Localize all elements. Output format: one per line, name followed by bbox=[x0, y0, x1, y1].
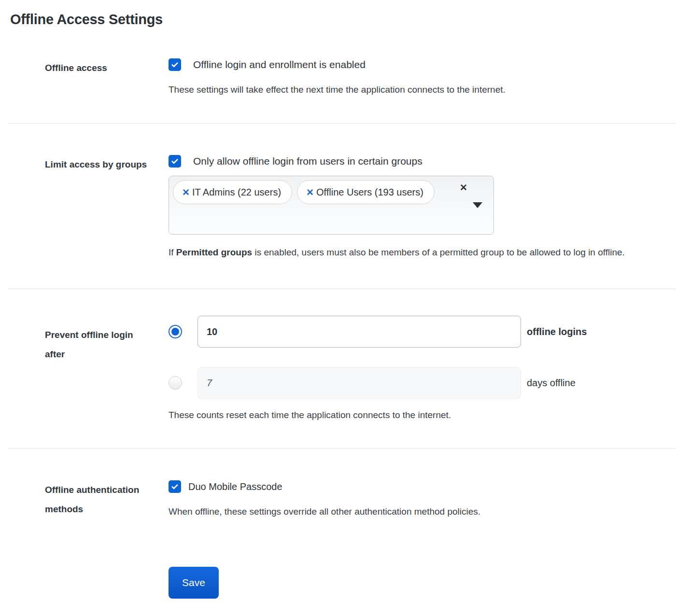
group-pill-label: Offline Users (193 users) bbox=[316, 187, 423, 198]
limit-groups-row: Limit access by groups Only allow offlin… bbox=[0, 124, 676, 289]
prevent-login-label-col: Prevent offline login after bbox=[0, 316, 169, 364]
clear-selection-icon[interactable]: ✕ bbox=[460, 183, 467, 192]
offline-logins-unit-label: offline logins bbox=[527, 326, 587, 337]
auth-methods-row: Offline authentication methods Duo Mobil… bbox=[0, 448, 676, 519]
offline-access-label: Offline access bbox=[45, 58, 107, 78]
prevent-login-row: Prevent offline login after offline logi… bbox=[0, 289, 676, 448]
limit-groups-label-col: Limit access by groups bbox=[0, 155, 169, 174]
limit-groups-checkbox[interactable] bbox=[169, 155, 181, 168]
auth-methods-label-col: Offline authentication methods bbox=[0, 480, 169, 519]
prevent-login-help-text: These counts reset each time the applica… bbox=[169, 410, 676, 420]
help-prefix: If bbox=[169, 247, 176, 257]
limit-groups-help-text: If Permitted groups is enabled, users mu… bbox=[169, 247, 676, 258]
auth-methods-label: Offline authentication methods bbox=[45, 480, 154, 519]
offline-access-checkbox-label[interactable]: Offline login and enrollment is enabled bbox=[193, 59, 366, 70]
offline-logins-radio[interactable] bbox=[169, 325, 182, 338]
remove-group-icon[interactable]: ✕ bbox=[182, 187, 190, 198]
group-pill-label: IT Admins (22 users) bbox=[192, 187, 281, 198]
duo-mobile-passcode-checkbox[interactable] bbox=[169, 480, 181, 493]
help-suffix: is enabled, users must also be members o… bbox=[252, 247, 625, 257]
groups-multiselect[interactable]: ✕ IT Admins (22 users) ✕ Offline Users (… bbox=[169, 176, 494, 235]
days-offline-unit-label: days offline bbox=[527, 378, 576, 389]
checkmark-icon bbox=[170, 60, 179, 69]
days-offline-input[interactable] bbox=[197, 367, 521, 399]
prevent-login-label: Prevent offline login after bbox=[45, 325, 154, 364]
offline-access-checkbox[interactable] bbox=[169, 58, 181, 71]
offline-logins-input[interactable] bbox=[197, 316, 521, 348]
save-button[interactable]: Save bbox=[169, 567, 219, 599]
auth-methods-help-text: When offline, these settings override al… bbox=[169, 506, 676, 517]
dropdown-caret-icon[interactable] bbox=[473, 202, 482, 208]
offline-access-row: Offline access Offline login and enrollm… bbox=[0, 28, 676, 123]
duo-mobile-passcode-label[interactable]: Duo Mobile Passcode bbox=[188, 481, 282, 492]
group-pill: ✕ Offline Users (193 users) bbox=[297, 180, 435, 204]
save-row: Save bbox=[0, 567, 676, 599]
checkmark-icon bbox=[170, 157, 179, 166]
checkmark-icon bbox=[170, 482, 179, 491]
offline-access-label-col: Offline access bbox=[0, 58, 169, 78]
limit-groups-label: Limit access by groups bbox=[45, 155, 147, 174]
group-pill: ✕ IT Admins (22 users) bbox=[173, 180, 292, 204]
offline-access-help-text: These settings will take effect the next… bbox=[169, 84, 676, 95]
page-title: Offline Access Settings bbox=[10, 12, 676, 28]
offline-access-settings-page: Offline Access Settings Offline access O… bbox=[0, 12, 676, 599]
days-offline-radio[interactable] bbox=[169, 376, 182, 390]
remove-group-icon[interactable]: ✕ bbox=[306, 187, 314, 198]
help-bold-term: Permitted groups bbox=[176, 247, 252, 257]
limit-groups-checkbox-label[interactable]: Only allow offline login from users in c… bbox=[193, 155, 422, 167]
